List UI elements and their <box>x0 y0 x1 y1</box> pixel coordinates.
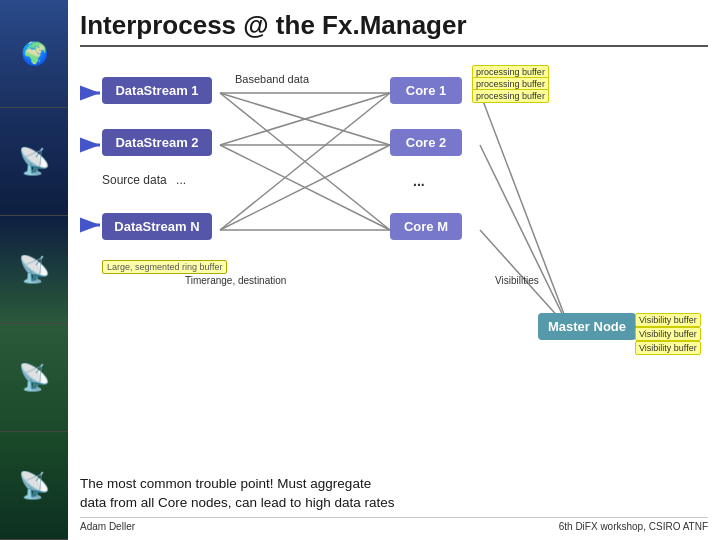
vis-buf-3: Visibility buffer <box>635 341 701 355</box>
datastream-1-box: DataStream 1 <box>102 77 212 104</box>
footer-left: Adam Deller <box>80 521 135 532</box>
footer: Adam Deller 6th DiFX workshop, CSIRO ATN… <box>80 517 708 532</box>
bottom-text-line1: The most common trouble point! Must aggr… <box>80 475 708 494</box>
large-ring-buffer-label: Large, segmented ring buffer <box>102 260 227 274</box>
baseband-label: Baseband data <box>235 73 309 85</box>
svg-line-9 <box>220 93 390 145</box>
svg-line-15 <box>480 93 570 330</box>
globe-icon: 🌍 <box>21 41 48 67</box>
timerange-label: Timerange, destination <box>185 275 286 286</box>
vis-buf-2: Visibility buffer <box>635 327 701 341</box>
footer-right: 6th DiFX workshop, CSIRO ATNF <box>559 521 708 532</box>
globe-image: 🌍 <box>0 0 68 108</box>
dish-image-4: 📡 <box>0 432 68 540</box>
dish-icon-3: 📡 <box>18 362 50 393</box>
source-data-label: Source data ... <box>102 173 186 187</box>
core-2-box: Core 2 <box>390 129 462 156</box>
core-1-box: Core 1 <box>390 77 462 104</box>
bottom-text-line2: data from all Core nodes, can lead to hi… <box>80 494 708 513</box>
bottom-text: The most common trouble point! Must aggr… <box>80 475 708 513</box>
master-node-box: Master Node <box>538 313 636 340</box>
proc-buf-1c: processing buffer <box>472 89 549 103</box>
dish-image-2: 📡 <box>0 216 68 324</box>
visibilities-label: Visibilities <box>495 275 539 286</box>
svg-line-7 <box>220 93 390 145</box>
dish-image-1: 📡 <box>0 108 68 216</box>
dish-icon-2: 📡 <box>18 254 50 285</box>
svg-line-8 <box>220 93 390 230</box>
core-m-box: Core M <box>390 213 462 240</box>
svg-line-12 <box>220 93 390 230</box>
svg-line-16 <box>480 145 570 330</box>
dish-image-3: 📡 <box>0 324 68 432</box>
vis-buf-1: Visibility buffer <box>635 313 701 327</box>
left-image-strip: 🌍 📡 📡 📡 📡 <box>0 0 68 540</box>
cores-ellipsis: ... <box>413 173 425 189</box>
page-title: Interprocess @ the Fx.Manager <box>80 10 708 47</box>
svg-line-13 <box>220 145 390 230</box>
diagram-area: Baseband data DataStream 1 DataStream 2 … <box>80 55 708 469</box>
dish-icon-4: 📡 <box>18 470 50 501</box>
datastream-n-box: DataStream N <box>102 213 212 240</box>
dish-icon-1: 📡 <box>18 146 50 177</box>
datastream-2-box: DataStream 2 <box>102 129 212 156</box>
svg-line-11 <box>220 145 390 230</box>
